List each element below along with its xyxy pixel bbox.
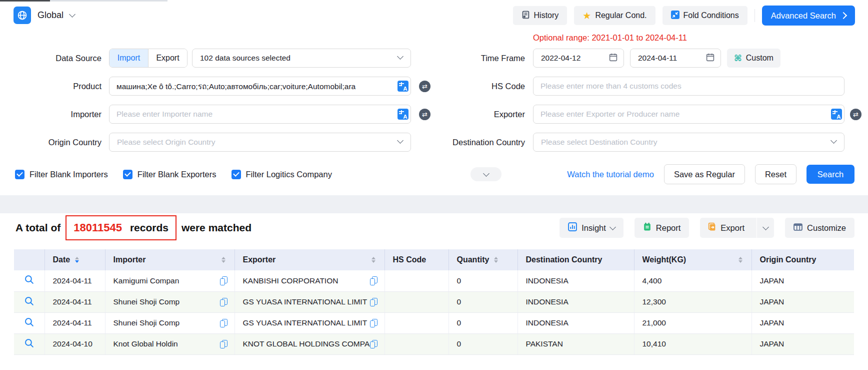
custom-range-button[interactable]: ⌘ Custom: [727, 49, 780, 68]
checkbox-filter-blank-importers[interactable]: Filter Blank Importers: [15, 170, 108, 179]
cell-quantity: 0: [448, 291, 518, 312]
table-row: 2024-04-11Shunei Shoji CompGS YUASA INTE…: [14, 312, 854, 333]
sort-icon[interactable]: [494, 257, 498, 263]
section-divider-band: [0, 195, 868, 213]
header-label: Exporter: [243, 255, 276, 264]
export-dropdown-button[interactable]: [756, 218, 774, 238]
header-date[interactable]: Date: [44, 249, 105, 270]
cell-date: 2024-04-11: [44, 291, 105, 312]
cell-origin-country: JAPAN: [752, 270, 854, 291]
advanced-search-label: Advanced Search: [771, 11, 836, 21]
checkbox-checked-icon: [232, 170, 241, 179]
hs-code-input[interactable]: [533, 77, 844, 96]
cell-weight-kg: 4,400: [634, 270, 752, 291]
cell-origin-country: JAPAN: [752, 333, 854, 354]
star-icon: ★: [582, 11, 591, 21]
header-label: Date: [53, 255, 70, 264]
row-search-icon[interactable]: [24, 338, 34, 348]
total-suffix: were matched: [182, 222, 252, 234]
end-date-input[interactable]: 2024-04-11: [630, 49, 721, 68]
tutorial-demo-link[interactable]: Watch the tutorial demo: [567, 170, 654, 179]
importer-input[interactable]: [109, 105, 411, 124]
header-origin-country: Origin Country: [752, 249, 854, 270]
start-date-value: 2022-04-12: [541, 54, 580, 63]
end-date-value: 2024-04-11: [638, 54, 677, 63]
export-button[interactable]: Export: [700, 218, 752, 238]
cell-importer: Shunei Shoji Comp: [105, 312, 234, 333]
sort-icon[interactable]: [222, 257, 226, 263]
advanced-search-button[interactable]: Advanced Search: [762, 6, 855, 26]
chevron-down-icon: [762, 224, 769, 230]
cell-weight-kg: 21,000: [634, 312, 752, 333]
history-button[interactable]: History: [513, 6, 568, 25]
copy-icon[interactable]: [370, 298, 378, 306]
checkbox-filter-blank-exporters[interactable]: Filter Blank Exporters: [123, 170, 216, 179]
destination-country-select[interactable]: Please select Destination Country: [533, 133, 844, 152]
chevron-down-icon: [69, 11, 76, 18]
tab-export[interactable]: Export: [148, 49, 187, 67]
cell-destination-country: INDONESIA: [518, 270, 634, 291]
header-label: HS Code: [393, 255, 426, 264]
reset-button[interactable]: Reset: [755, 164, 796, 184]
row-search-icon[interactable]: [24, 317, 34, 327]
chevron-right-icon: [840, 12, 847, 19]
search-button[interactable]: Search: [806, 165, 854, 184]
cell-origin-country: JAPAN: [752, 291, 854, 312]
cell-search: [14, 270, 44, 291]
copy-icon[interactable]: [370, 340, 378, 348]
chevron-down-icon: [610, 224, 616, 230]
customize-button[interactable]: Customize: [785, 218, 854, 238]
collapse-conditions-pill[interactable]: [470, 167, 502, 181]
fold-conditions-button[interactable]: Fold Conditions: [662, 6, 748, 25]
cell-importer: Shunei Shoji Comp: [105, 291, 234, 312]
expand-search-icon[interactable]: ⇄: [850, 109, 862, 120]
tab-import[interactable]: Import: [110, 49, 148, 67]
header-quantity[interactable]: Quantity: [448, 249, 518, 270]
checkbox-label: Filter Blank Exporters: [138, 170, 216, 179]
record-count-highlight-box: 18011545 records: [66, 215, 176, 240]
checkbox-filter-logitics-company[interactable]: Filter Logitics Company: [232, 170, 332, 179]
topbar-actions: History ★ Regular Cond. Fold Conditions …: [513, 6, 855, 26]
sort-icon[interactable]: [75, 257, 79, 263]
header-weight-kg[interactable]: Weight(KG): [634, 249, 752, 270]
origin-country-select[interactable]: Please select Origin Country: [109, 133, 411, 152]
copy-icon[interactable]: [370, 319, 378, 327]
exporter-input[interactable]: [533, 105, 844, 124]
importer-label: Importer: [0, 105, 102, 124]
save-as-regular-button[interactable]: Save as Regular: [664, 164, 745, 184]
cell-importer: Kamigumi Compan: [105, 270, 234, 291]
header-exporter[interactable]: Exporter: [234, 249, 384, 270]
sort-icon[interactable]: [738, 257, 742, 263]
customize-icon: [794, 223, 802, 233]
copy-icon[interactable]: [220, 298, 228, 306]
translate-icon[interactable]: [831, 109, 842, 120]
table-header-row: Date Importer Exporter HS Code: [14, 249, 854, 270]
copy-icon[interactable]: [220, 340, 228, 348]
copy-icon[interactable]: [370, 276, 378, 285]
start-date-input[interactable]: 2022-04-12: [533, 49, 624, 68]
region-label: Global: [38, 10, 64, 21]
report-button[interactable]: Report: [634, 218, 690, 238]
chevron-down-icon: [483, 170, 490, 177]
row-search-icon[interactable]: [24, 274, 34, 285]
data-sources-select[interactable]: 102 data sources selected: [192, 49, 411, 68]
sort-icon[interactable]: [372, 257, 376, 263]
copy-icon[interactable]: [220, 319, 228, 327]
results-headline: A total of 18011545 records were matched: [16, 216, 252, 239]
row-search-icon[interactable]: [24, 296, 34, 306]
region-selector[interactable]: Global: [14, 7, 74, 24]
calendar-icon: [706, 53, 714, 64]
regular-cond-button[interactable]: ★ Regular Cond.: [574, 6, 655, 25]
insight-button[interactable]: Insight: [560, 218, 624, 238]
results-toolbar: Insight Report Export Customize: [560, 218, 854, 238]
table-row: 2024-04-11Shunei Shoji CompGS YUASA INTE…: [14, 291, 854, 312]
copy-icon[interactable]: [220, 276, 228, 285]
optional-range-text: Optional range: 2021-01-01 to 2024-04-11: [533, 33, 687, 43]
header-importer[interactable]: Importer: [105, 249, 234, 270]
destination-country-label: Destination Country: [400, 133, 525, 152]
export-icon: [708, 222, 716, 233]
export-label: Export: [720, 223, 744, 233]
product-input[interactable]: [109, 77, 411, 96]
header-label: Importer: [114, 255, 146, 264]
history-icon: [522, 11, 530, 21]
